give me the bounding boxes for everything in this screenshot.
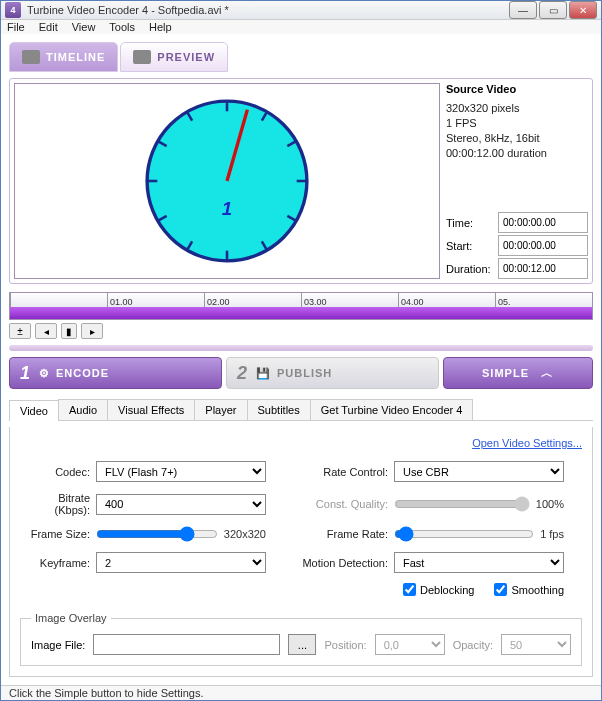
timeline-track[interactable] — [10, 307, 592, 320]
preview-icon — [133, 50, 151, 64]
source-title: Source Video — [446, 83, 588, 95]
opacity-label: Opacity: — [453, 639, 493, 651]
tl-scroll-right[interactable]: ▸ — [81, 323, 103, 339]
timeline[interactable]: 01.00 02.00 03.00 04.00 05. — [9, 292, 593, 320]
timeline-icon — [22, 50, 40, 64]
encode-button[interactable]: 1 ⚙ ENCODE — [9, 357, 222, 389]
source-duration: 00:00:12.00 duration — [446, 146, 588, 161]
duration-input[interactable] — [498, 258, 588, 279]
tab-preview[interactable]: PREVIEW — [120, 42, 228, 72]
deblocking-check[interactable]: Deblocking — [403, 583, 474, 596]
tick: 05. — [495, 293, 592, 307]
framerate-slider[interactable] — [394, 526, 534, 542]
smoothing-checkbox[interactable] — [494, 583, 507, 596]
subtab-player[interactable]: Player — [194, 399, 247, 420]
tick: 02.00 — [204, 293, 301, 307]
bitrate-label: Bitrate (Kbps): — [20, 492, 90, 516]
smoothing-check[interactable]: Smoothing — [494, 583, 564, 596]
simple-label: SIMPLE — [482, 367, 529, 379]
video-form: Codec: FLV (Flash 7+) Rate Control: Use … — [20, 461, 582, 596]
duration-label: Duration: — [446, 263, 498, 275]
deblocking-checkbox[interactable] — [403, 583, 416, 596]
tick: 03.00 — [301, 293, 398, 307]
publish-label: PUBLISH — [277, 367, 332, 379]
rate-control-select[interactable]: Use CBR — [394, 461, 564, 482]
svg-text:1: 1 — [222, 198, 232, 219]
timeline-ruler: 01.00 02.00 03.00 04.00 05. — [10, 293, 592, 307]
chevron-up-icon: ︿ — [541, 365, 554, 382]
top-tabs: TIMELINE PREVIEW — [9, 42, 593, 72]
subtab-get[interactable]: Get Turbine Video Encoder 4 — [310, 399, 474, 420]
subtab-vfx[interactable]: Visual Effects — [107, 399, 195, 420]
menu-help[interactable]: Help — [149, 21, 172, 33]
video-frame: 1 — [14, 83, 440, 279]
bitrate-select[interactable]: 400 — [96, 494, 266, 515]
statusbar: Click the Simple button to hide Settings… — [1, 685, 601, 700]
position-select[interactable]: 0,0 — [375, 634, 445, 655]
tick: 01.00 — [107, 293, 204, 307]
gear-icon: ⚙ — [39, 367, 50, 380]
keyframe-label: Keyframe: — [20, 557, 90, 569]
timeline-wrap: 01.00 02.00 03.00 04.00 05. ± ◂ ▮ ▸ — [9, 292, 593, 339]
open-video-settings-link[interactable]: Open Video Settings... — [472, 437, 582, 449]
settings-tabs: Video Audio Visual Effects Player Subtit… — [9, 399, 593, 421]
app-icon: 4 — [5, 2, 21, 18]
motion-select[interactable]: Fast — [394, 552, 564, 573]
const-quality-slider[interactable] — [394, 496, 530, 512]
simple-button[interactable]: SIMPLE ︿ — [443, 357, 593, 389]
framesize-label: Frame Size: — [20, 528, 90, 540]
source-dimensions: 320x320 pixels — [446, 101, 588, 116]
subtab-audio[interactable]: Audio — [58, 399, 108, 420]
titlebar: 4 Turbine Video Encoder 4 - Softpedia.av… — [1, 1, 601, 20]
framerate-label: Frame Rate: — [298, 528, 388, 540]
source-audio: Stereo, 8kHz, 16bit — [446, 131, 588, 146]
time-input[interactable] — [498, 212, 588, 233]
image-file-input[interactable] — [93, 634, 280, 655]
maximize-button[interactable]: ▭ — [539, 1, 567, 19]
browse-button[interactable]: ... — [288, 634, 316, 655]
codec-select[interactable]: FLV (Flash 7+) — [96, 461, 266, 482]
framesize-slider[interactable] — [96, 526, 218, 542]
zoom-fit-button[interactable]: ± — [9, 323, 31, 339]
start-input[interactable] — [498, 235, 588, 256]
image-file-label: Image File: — [31, 639, 85, 651]
framesize-readout: 320x320 — [224, 528, 266, 540]
subtab-video[interactable]: Video — [9, 400, 59, 421]
start-label: Start: — [446, 240, 498, 252]
motion-label: Motion Detection: — [298, 557, 388, 569]
action-bar: 1 ⚙ ENCODE 2 💾 PUBLISH SIMPLE ︿ — [9, 357, 593, 389]
rate-control-label: Rate Control: — [298, 466, 388, 478]
preview-box: 1 Source Video 320x320 pixels 1 FPS Ster… — [9, 78, 593, 284]
timeline-controls: ± ◂ ▮ ▸ — [9, 323, 593, 339]
menu-view[interactable]: View — [72, 21, 96, 33]
step-number: 1 — [20, 363, 31, 384]
content: TIMELINE PREVIEW 1 S — [1, 34, 601, 685]
minimize-button[interactable]: — — [509, 1, 537, 19]
tick: 04.00 — [398, 293, 495, 307]
menubar: File Edit View Tools Help — [1, 20, 601, 34]
encode-label: ENCODE — [56, 367, 109, 379]
step-number: 2 — [237, 363, 248, 384]
menu-file[interactable]: File — [7, 21, 25, 33]
tab-timeline[interactable]: TIMELINE — [9, 42, 118, 72]
time-label: Time: — [446, 217, 498, 229]
status-text: Click the Simple button to hide Settings… — [9, 687, 203, 699]
keyframe-select[interactable]: 2 — [96, 552, 266, 573]
publish-button[interactable]: 2 💾 PUBLISH — [226, 357, 439, 389]
opacity-select[interactable]: 50 — [501, 634, 571, 655]
position-label: Position: — [324, 639, 366, 651]
tab-timeline-label: TIMELINE — [46, 51, 105, 63]
tl-scroll-thumb[interactable]: ▮ — [61, 323, 77, 339]
source-info: Source Video 320x320 pixels 1 FPS Stereo… — [446, 83, 588, 279]
subtab-subtitles[interactable]: Subtitles — [247, 399, 311, 420]
menu-tools[interactable]: Tools — [109, 21, 135, 33]
tl-scroll-left[interactable]: ◂ — [35, 323, 57, 339]
window-buttons: — ▭ ✕ — [509, 1, 597, 19]
tick — [10, 293, 107, 307]
overlay-legend: Image Overlay — [31, 612, 111, 624]
menu-edit[interactable]: Edit — [39, 21, 58, 33]
window-title: Turbine Video Encoder 4 - Softpedia.avi … — [27, 4, 509, 16]
image-overlay-fieldset: Image Overlay Image File: ... Position: … — [20, 612, 582, 666]
framerate-readout: 1 fps — [540, 528, 564, 540]
close-button[interactable]: ✕ — [569, 1, 597, 19]
